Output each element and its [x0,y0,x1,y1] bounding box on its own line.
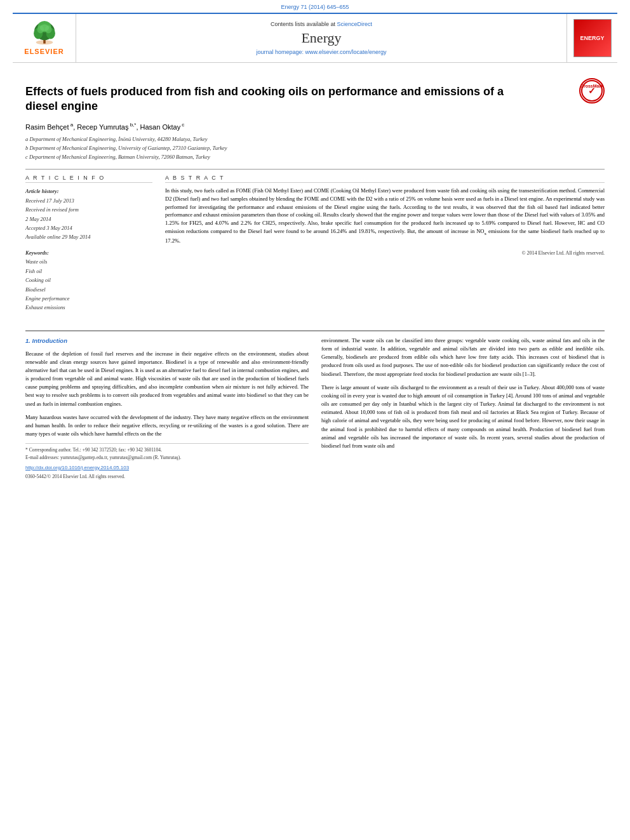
corresponding-author: * Corresponding author. Tel.: +90 342 31… [25,446,309,454]
intro-para1: Because of the depletion of fossil fuel … [25,350,309,408]
article-title: Effects of fuels produced from fish and … [25,84,533,114]
history-label: Article history: [25,187,152,196]
elsevier-tree-icon [29,21,60,46]
author-a: Rasim Behçet [25,123,69,130]
journal-homepage: journal homepage: www.elsevier.com/locat… [256,49,386,55]
article-info-col: A R T I C L E I N F O Article history: R… [25,175,152,312]
main-content: 1. Introduction Because of the depletion… [0,319,630,490]
footnote-area: * Corresponding author. Tel.: +90 342 31… [25,443,309,480]
energy-logo-text: ENERGY [580,35,604,41]
author-c: Hasan Oktay [140,123,181,130]
svg-text:CrossMark: CrossMark [580,84,603,88]
elsevier-logo: ELSEVIER [24,21,64,55]
homepage-link[interactable]: journal homepage: www.elsevier.com/locat… [256,49,386,55]
authors-line: Rasim Behçet a, Recep Yumrutaş b,*, Hasa… [25,122,605,131]
right-para1: environment. The waste oils can be class… [321,337,605,378]
author-b-super: b,* [128,122,136,128]
received-date: Received 17 July 2013 [25,196,152,205]
divider-after-affiliations [25,169,605,170]
elsevier-text-label: ELSEVIER [24,48,64,55]
author-b: Recep Yumrutaş [77,123,128,130]
intro-para2-text: Many hazardous wastes have occurred with… [25,414,309,437]
body-right-col: environment. The waste oils can be class… [321,337,605,483]
journal-logo-right: ENERGY [566,14,617,62]
science-direct-line: Contents lists available at ScienceDirec… [271,21,372,27]
received-revised-label: Received in revised form [25,205,152,214]
journal-citation: Energy 71 (2014) 645–655 [0,0,630,13]
affil-c: c Department of Mechanical Engineering, … [25,153,605,162]
intro-section-title: 1. Introduction [25,337,309,346]
author-c-super: c [180,122,184,128]
affil-a: a Department of Mechanical Engineering, … [25,135,605,144]
svg-point-8 [39,24,48,31]
keywords-section: Keywords: Waste oils Fish oil Cooking oi… [25,248,152,312]
abstract-header: A B S T R A C T [165,175,605,183]
journal-center-info: Contents lists available at ScienceDirec… [76,14,566,62]
keyword-1: Waste oils [25,257,152,266]
keyword-2: Fish oil [25,267,152,276]
abstract-text: In this study, two fuels called as FOME … [165,187,605,245]
journal-name: Energy [301,30,341,46]
affiliations: a Department of Mechanical Engineering, … [25,135,605,161]
revised-date: 2 May 2014 [25,215,152,223]
elsevier-logo-area: ELSEVIER [13,14,76,62]
body-left-col: 1. Introduction Because of the depletion… [25,337,309,483]
email-addresses: E-mail addresses: yumrutas@gantep.edu.tr… [25,454,309,462]
available-date: Available online 29 May 2014 [25,232,152,241]
right-para1-text: environment. The waste oils can be class… [321,337,605,377]
doi-link[interactable]: http://dx.doi.org/10.1016/j.energy.2014.… [25,464,309,472]
crossmark-area: ✓ CrossMark [579,78,605,103]
science-direct-link[interactable]: ScienceDirect [337,21,373,27]
body-two-col: 1. Introduction Because of the depletion… [25,337,605,483]
right-para2: There is large amount of waste oils disc… [321,383,605,450]
issn-line: 0360-5442/© 2014 Elsevier Ltd. All right… [25,473,309,481]
intro-para2: Many hazardous wastes have occurred with… [25,413,309,439]
divider-before-body [25,330,605,331]
article-header-section: Effects of fuels produced from fish and … [0,63,630,319]
keyword-5: Engine performance [25,294,152,303]
affil-b: b Department of Mechanical Engineering, … [25,144,605,153]
copyright-line: © 2014 Elsevier Ltd. All rights reserved… [165,250,605,256]
science-direct-label: Contents lists available at [271,21,335,27]
crossmark-icon: ✓ CrossMark [579,78,605,103]
keyword-6: Exhaust emissions [25,303,152,312]
article-info-abstract-section: A R T I C L E I N F O Article history: R… [25,175,605,312]
author-a-super: a [69,122,73,128]
energy-logo: ENERGY [573,19,612,57]
right-para2-text: There is large amount of waste oils disc… [321,384,605,449]
article-history: Article history: Received 17 July 2013 R… [25,187,152,242]
journal-header: ELSEVIER Contents lists available at Sci… [13,13,617,63]
article-info-header: A R T I C L E I N F O [25,175,152,183]
the-word: the [155,430,161,437]
keyword-3: Cooking oil [25,276,152,284]
accepted-date: Accepted 3 May 2014 [25,223,152,232]
abstract-col: A B S T R A C T In this study, two fuels… [165,175,605,312]
keywords-label: Keywords: [25,248,152,257]
keyword-4: Biodiesel [25,285,152,294]
